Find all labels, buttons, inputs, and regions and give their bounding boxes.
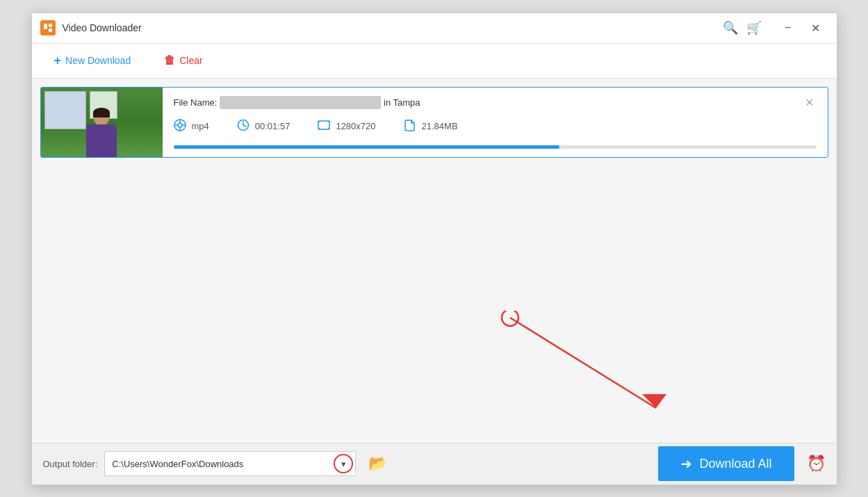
folder-icon: 📂 <box>368 455 387 472</box>
output-folder-label: Output folder: <box>43 459 98 469</box>
minimize-button[interactable]: − <box>776 17 801 38</box>
content-area: File Name: in Tampa ✕ <box>32 79 837 443</box>
file-name: File Name: in Tampa <box>174 96 802 109</box>
progress-row <box>174 145 817 149</box>
progress-fill <box>174 145 559 149</box>
svg-line-17 <box>510 318 656 408</box>
cart-icon[interactable]: 🛒 <box>746 20 762 35</box>
resolution-icon <box>318 119 330 134</box>
svg-rect-12 <box>318 121 329 129</box>
format-value: mp4 <box>192 121 209 131</box>
toolbar: + New Download 🗑 Clear <box>32 44 837 79</box>
annotation-arrow <box>475 311 698 429</box>
search-icon[interactable]: 🔍 <box>723 20 738 35</box>
alarm-button[interactable]: ⏰ <box>807 455 826 473</box>
meta-row: mp4 00:01:57 <box>174 119 817 134</box>
svg-point-19 <box>502 311 518 326</box>
progress-bar <box>174 145 817 149</box>
filesize-icon <box>404 119 416 134</box>
trash-icon: 🗑 <box>164 54 175 67</box>
clear-label: Clear <box>179 55 202 66</box>
duration-value: 00:01:57 <box>255 121 290 131</box>
svg-line-11 <box>243 125 246 127</box>
new-download-label: New Download <box>65 55 131 66</box>
format-meta: mp4 <box>174 119 209 134</box>
output-input-container: ▾ <box>104 451 356 476</box>
file-name-prefix: File Name: <box>174 97 220 108</box>
title-bar-controls: − ✕ <box>776 17 828 38</box>
file-name-row: File Name: in Tampa ✕ <box>174 96 817 109</box>
dropdown-circle-button[interactable]: ▾ <box>334 454 353 473</box>
svg-point-4 <box>178 123 182 127</box>
alarm-icon: ⏰ <box>807 455 826 472</box>
filesize-value: 21.84MB <box>422 121 458 131</box>
svg-marker-18 <box>642 394 666 408</box>
window-title: Video Downloader <box>63 22 142 33</box>
resolution-meta: 1280x720 <box>318 119 375 134</box>
svg-rect-2 <box>49 28 52 32</box>
format-icon <box>174 119 186 134</box>
download-item: File Name: in Tampa ✕ <box>40 87 828 158</box>
new-download-button[interactable]: + New Download <box>43 49 142 72</box>
download-all-label: Download All <box>699 457 771 471</box>
download-all-button[interactable]: ➜ Download All <box>658 446 794 481</box>
title-bar-icons: 🔍 🛒 <box>723 20 762 35</box>
duration-meta: 00:01:57 <box>237 119 290 134</box>
browse-folder-button[interactable]: 📂 <box>368 455 387 473</box>
clock-icon <box>237 119 249 134</box>
app-icon <box>40 20 56 35</box>
plus-icon: + <box>54 54 62 68</box>
output-path-input[interactable] <box>104 451 356 476</box>
svg-rect-1 <box>49 24 52 27</box>
filesize-meta: 21.84MB <box>404 119 458 134</box>
clear-button[interactable]: 🗑 Clear <box>153 50 213 71</box>
main-window: Video Downloader 🔍 🛒 − ✕ + New Download … <box>31 13 837 485</box>
title-bar-left: Video Downloader <box>40 20 142 35</box>
resolution-value: 1280x720 <box>336 121 375 131</box>
close-item-button[interactable]: ✕ <box>802 96 817 109</box>
svg-rect-0 <box>44 24 47 29</box>
title-bar: Video Downloader 🔍 🛒 − ✕ <box>32 13 837 44</box>
file-name-suffix: in Tampa <box>381 97 420 108</box>
item-details: File Name: in Tampa ✕ <box>163 88 828 157</box>
close-button[interactable]: ✕ <box>803 17 828 38</box>
bottom-bar: Output folder: ▾ 📂 ➜ Download All ⏰ <box>32 443 837 484</box>
dropdown-arrow-icon: ▾ <box>341 459 346 469</box>
download-arrow-icon: ➜ <box>680 455 692 472</box>
video-thumbnail <box>41 88 163 157</box>
file-name-blurred <box>220 96 381 109</box>
